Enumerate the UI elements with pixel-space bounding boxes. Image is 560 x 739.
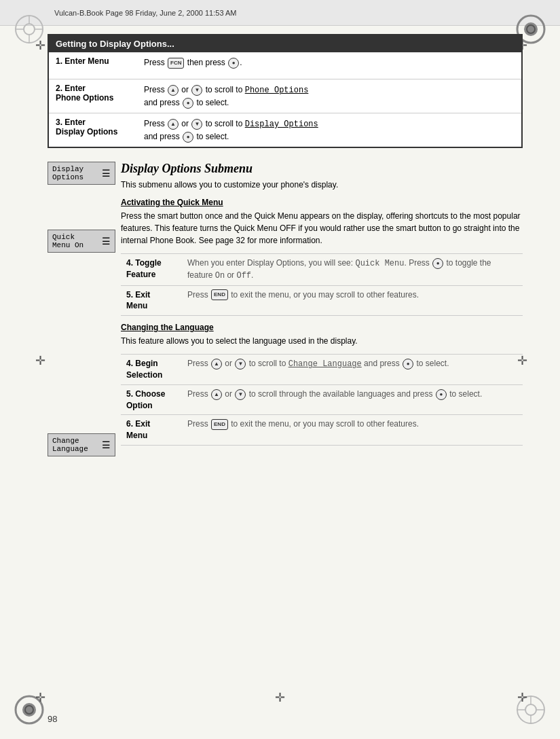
up-lang-5: ▲	[211, 389, 222, 400]
table-row: 1. Enter Menu Press FCN then press ●.	[49, 52, 521, 79]
dn-button-3: ▼	[191, 119, 202, 130]
svg-point-1	[24, 24, 35, 35]
step-4-desc: When you enter Display Options, you will…	[187, 257, 517, 282]
step-2-num: 2.	[56, 84, 64, 93]
sidebar-display-text: DisplayOptions	[52, 165, 83, 181]
ok-button-1: ●	[228, 58, 239, 69]
changing-body: This feature allows you to select the la…	[121, 335, 523, 347]
display-options-text: Display Options	[245, 120, 318, 129]
ok-lang-4: ●	[403, 359, 413, 370]
lang-step-5-desc: Press ▲ or ▼ to scroll through the avail…	[187, 389, 517, 400]
table-title: Getting to Display Options...	[56, 39, 174, 49]
sidebar-quick-text: QuickMenu On	[52, 233, 83, 249]
fcn-button: FCN	[168, 58, 184, 69]
step-2-title: EnterPhone Options	[56, 84, 113, 103]
step-5-num: 5. ExitMenu	[126, 290, 150, 311]
phone-options-text: Phone Options	[245, 86, 309, 95]
lang-step-6-label: 6. ExitMenu	[126, 418, 187, 441]
page: Vulcan-B.Book Page 98 Friday, June 2, 20…	[0, 0, 560, 739]
sidebar-quick-icon: ☰	[102, 236, 111, 247]
step-3-num: 3.	[56, 118, 64, 127]
inner-row-4: 4. ToggleFeature When you enter Display …	[121, 253, 523, 286]
inner-row-5: 5. ExitMenu Press END to exit the menu, …	[121, 286, 523, 317]
sidebar-display-options: DisplayOptions ☰	[48, 162, 115, 185]
step-3-label: 3. EnterDisplay Options	[56, 118, 144, 137]
step-1-num: 1.	[56, 56, 64, 66]
activating-title-text: Activating the Quick Menu	[121, 198, 223, 207]
ok-lang-5: ●	[436, 389, 447, 400]
change-lang-label: Change Language	[288, 359, 362, 369]
dn-lang-5: ▼	[235, 389, 246, 400]
activating-body: Press the smart button once and the Quic…	[121, 210, 523, 247]
up-lang-4: ▲	[211, 359, 222, 370]
sidebar-labels: DisplayOptions ☰ QuickMenu On ☰ ChangeLa…	[48, 162, 115, 461]
step-4-num: 4. ToggleFeature	[126, 258, 162, 279]
lang-step-5-label: 5. ChooseOption	[126, 389, 187, 412]
up-button-3: ▲	[168, 119, 179, 130]
toggle-button: ●	[432, 258, 443, 269]
submenu-section: DisplayOptions ☰ QuickMenu On ☰ ChangeLa…	[48, 162, 523, 461]
svg-point-13	[525, 704, 536, 715]
sidebar-quick-menu: QuickMenu On ☰	[48, 230, 115, 253]
step-1-title: Enter Menu	[64, 56, 109, 66]
changing-steps-table: 4. BeginSelection Press ▲ or ▼ to scroll…	[121, 354, 523, 446]
step-1-desc: Press FCN then press ●.	[144, 56, 515, 69]
lang-step-5-num: 5. ChooseOption	[126, 389, 165, 410]
step-4-label: 4. ToggleFeature	[126, 257, 187, 281]
lang-step-6-desc: Press END to exit the menu, or you may s…	[187, 418, 517, 430]
changing-title-text: Changing the Language	[121, 323, 214, 332]
step-1-label: 1. Enter Menu	[56, 56, 144, 66]
header-text: Vulcan-B.Book Page 98 Friday, June 2, 20…	[54, 9, 236, 17]
sidebar-changelang-icon: ☰	[102, 439, 111, 451]
step-5-desc: Press END to exit the menu, or you may s…	[187, 289, 517, 301]
inner-row-lang-4: 4. BeginSelection Press ▲ or ▼ to scroll…	[121, 354, 523, 385]
up-button-2: ▲	[168, 85, 179, 96]
table-row: 2. EnterPhone Options Press ▲ or ▼ to sc…	[49, 79, 521, 113]
lang-step-4-desc: Press ▲ or ▼ to scroll to Change Languag…	[187, 358, 517, 370]
end-button-5: END	[211, 289, 228, 300]
step-2-label: 2. EnterPhone Options	[56, 84, 144, 103]
off-text: Off	[236, 271, 251, 281]
activating-title: Activating the Quick Menu	[121, 198, 523, 207]
step-3-desc: Press ▲ or ▼ to scroll to Display Option…	[144, 118, 515, 143]
step-5-label: 5. ExitMenu	[126, 289, 187, 312]
ok-button-3: ●	[183, 132, 193, 143]
activating-steps-table: 4. ToggleFeature When you enter Display …	[121, 253, 523, 316]
changing-title: Changing the Language	[121, 323, 523, 332]
lang-step-4-num: 4. BeginSelection	[126, 359, 162, 380]
page-number: 98	[48, 714, 57, 724]
header-bar: Vulcan-B.Book Page 98 Friday, June 2, 20…	[0, 0, 560, 26]
submenu-body: This submenu allows you to customize you…	[121, 179, 523, 191]
getting-to-table: Getting to Display Options... 1. Enter M…	[48, 34, 523, 148]
inner-row-lang-6: 6. ExitMenu Press END to exit the menu, …	[121, 415, 523, 446]
table-row: 3. EnterDisplay Options Press ▲ or ▼ to …	[49, 113, 521, 147]
quick-menu-label: Quick Menu	[355, 259, 404, 268]
step-3-title: EnterDisplay Options	[56, 118, 117, 137]
dn-lang-4: ▼	[235, 359, 246, 370]
sidebar-changelang-text: ChangeLanguage	[52, 437, 88, 453]
table-header: Getting to Display Options...	[49, 35, 521, 52]
main-content: Getting to Display Options... 1. Enter M…	[48, 34, 523, 698]
end-button-6: END	[211, 419, 228, 430]
lang-step-4-label: 4. BeginSelection	[126, 358, 187, 381]
on-text: On	[215, 271, 225, 281]
sidebar-change-language: ChangeLanguage ☰	[48, 433, 115, 456]
ok-button-2: ●	[183, 98, 193, 109]
submenu-title: Display Options Submenu	[121, 162, 523, 176]
inner-row-lang-5: 5. ChooseOption Press ▲ or ▼ to scroll t…	[121, 385, 523, 416]
crossmark-tl: ✛	[35, 38, 45, 53]
crossmark-bl2: ✛	[35, 690, 45, 705]
sidebar-display-icon: ☰	[102, 168, 111, 179]
content-area: Display Options Submenu This submenu all…	[121, 162, 523, 461]
step-2-desc: Press ▲ or ▼ to scroll to Phone Optionsa…	[144, 84, 515, 109]
crossmark-ml: ✛	[35, 353, 45, 368]
dn-button-2: ▼	[191, 85, 202, 96]
lang-step-6-num: 6. ExitMenu	[126, 419, 150, 440]
